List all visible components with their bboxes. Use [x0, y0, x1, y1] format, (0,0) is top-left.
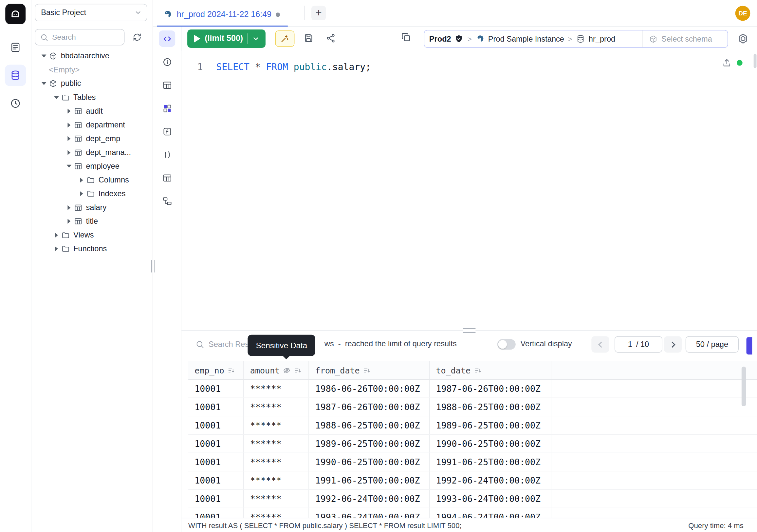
- strip-functions-button[interactable]: [159, 123, 175, 140]
- prev-page-button[interactable]: [591, 336, 609, 353]
- table-row[interactable]: 10001******1993-06-24T00:00:00Z1994-06-2…: [188, 508, 757, 517]
- eye-off-icon[interactable]: [283, 366, 291, 374]
- format-wand-button[interactable]: [275, 30, 294, 47]
- project-select[interactable]: Basic Project: [35, 4, 147, 21]
- schema-select[interactable]: Select schema: [643, 30, 728, 47]
- table-cell[interactable]: 1988-06-25T00:00:00Z: [309, 416, 430, 434]
- editor-scrollbar[interactable]: [754, 54, 757, 68]
- table-cell[interactable]: 1987-06-26T00:00:00Z: [430, 380, 551, 398]
- strip-er-diagram-button[interactable]: [159, 193, 175, 209]
- table-cell[interactable]: 1991-06-25T00:00:00Z: [309, 471, 430, 489]
- table-cell[interactable]: 1993-06-24T00:00:00Z: [309, 508, 430, 517]
- compare-button[interactable]: [401, 32, 411, 42]
- tree-item[interactable]: Views: [31, 228, 153, 242]
- page-indicator[interactable]: 1 / 10: [615, 336, 662, 353]
- table-cell[interactable]: ******: [244, 490, 309, 508]
- table-cell[interactable]: 10001: [188, 416, 244, 434]
- table-cell[interactable]: 10001: [188, 508, 244, 517]
- tree-item[interactable]: title: [31, 215, 153, 228]
- caret-right-icon[interactable]: [66, 205, 72, 211]
- tree-item[interactable]: department: [31, 118, 153, 132]
- caret-right-icon[interactable]: [66, 122, 72, 128]
- rail-worksheet-button[interactable]: [5, 37, 26, 58]
- table-cell[interactable]: 10001: [188, 435, 244, 453]
- table-cell[interactable]: 1989-06-25T00:00:00Z: [309, 435, 430, 453]
- sidebar-resize-handle[interactable]: [151, 260, 155, 272]
- table-cell[interactable]: 1991-06-25T00:00:00Z: [430, 453, 551, 471]
- table-cell[interactable]: 1986-06-26T00:00:00Z: [309, 380, 430, 398]
- table-cell[interactable]: 10001: [188, 453, 244, 471]
- sort-icon[interactable]: [474, 366, 482, 374]
- caret-right-icon[interactable]: [66, 136, 72, 142]
- table-cell[interactable]: 1989-06-25T00:00:00Z: [430, 416, 551, 434]
- table-cell[interactable]: 1987-06-26T00:00:00Z: [309, 398, 430, 416]
- caret-right-icon[interactable]: [54, 246, 60, 252]
- table-cell[interactable]: [551, 490, 757, 508]
- table-cell[interactable]: [551, 453, 757, 471]
- table-cell[interactable]: 10001: [188, 398, 244, 416]
- table-row[interactable]: 10001******1989-06-25T00:00:00Z1990-06-2…: [188, 435, 757, 453]
- caret-down-icon[interactable]: [66, 164, 72, 169]
- column-header-from_date[interactable]: from_date: [309, 361, 430, 379]
- next-page-button[interactable]: [664, 336, 682, 353]
- caret-right-icon[interactable]: [66, 218, 72, 224]
- table-cell[interactable]: ******: [244, 380, 309, 398]
- strip-schema-diagram-button[interactable]: [159, 100, 175, 116]
- export-button[interactable]: [722, 58, 732, 68]
- table-cell[interactable]: 1992-06-24T00:00:00Z: [430, 471, 551, 489]
- table-row[interactable]: 10001******1992-06-24T00:00:00Z1993-06-2…: [188, 490, 757, 508]
- caret-down-icon[interactable]: [54, 95, 60, 101]
- side-panel-edge-button[interactable]: [746, 337, 752, 355]
- share-button[interactable]: [325, 33, 336, 43]
- tree-item[interactable]: audit: [31, 104, 153, 118]
- tree-item[interactable]: bbdataarchive: [31, 49, 153, 63]
- sort-icon[interactable]: [227, 366, 235, 374]
- table-cell[interactable]: ******: [244, 453, 309, 471]
- tree-item[interactable]: salary: [31, 201, 153, 215]
- table-cell[interactable]: 10001: [188, 380, 244, 398]
- table-cell[interactable]: ******: [244, 508, 309, 517]
- ai-assistant-button[interactable]: [737, 32, 749, 45]
- table-row[interactable]: 10001******1988-06-25T00:00:00Z1989-06-2…: [188, 416, 757, 435]
- strip-external-tables-button[interactable]: [159, 170, 175, 186]
- rail-history-button[interactable]: [5, 93, 26, 114]
- caret-right-icon[interactable]: [78, 191, 84, 197]
- table-cell[interactable]: [551, 508, 757, 517]
- table-row[interactable]: 10001******1990-06-25T00:00:00Z1991-06-2…: [188, 453, 757, 471]
- tree-item[interactable]: public: [31, 77, 153, 90]
- column-header-amount[interactable]: amount: [244, 361, 309, 379]
- vertical-display-toggle[interactable]: [497, 339, 516, 350]
- table-row[interactable]: 10001******1987-06-26T00:00:00Z1988-06-2…: [188, 398, 757, 416]
- table-cell[interactable]: [551, 398, 757, 416]
- caret-down-icon[interactable]: [41, 53, 47, 59]
- page-size-select[interactable]: 50 / page: [686, 336, 739, 353]
- table-cell[interactable]: 10001: [188, 471, 244, 489]
- table-cell[interactable]: 10001: [188, 490, 244, 508]
- bytebase-logo[interactable]: [5, 4, 25, 24]
- caret-right-icon[interactable]: [66, 109, 72, 114]
- table-cell[interactable]: 1990-06-25T00:00:00Z: [430, 435, 551, 453]
- tree-item[interactable]: employee: [31, 160, 153, 173]
- table-cell[interactable]: 1994-06-24T00:00:00Z: [430, 508, 551, 517]
- table-cell[interactable]: 1988-06-25T00:00:00Z: [430, 398, 551, 416]
- sort-icon[interactable]: [294, 366, 302, 374]
- caret-right-icon[interactable]: [54, 232, 60, 238]
- tree-item[interactable]: <Empty>: [31, 63, 153, 77]
- caret-right-icon[interactable]: [66, 150, 72, 156]
- table-cell[interactable]: ******: [244, 471, 309, 489]
- tree-item[interactable]: Indexes: [31, 187, 153, 201]
- caret-right-icon[interactable]: [78, 177, 84, 183]
- table-cell[interactable]: 1992-06-24T00:00:00Z: [309, 490, 430, 508]
- strip-procedures-button[interactable]: [159, 146, 175, 163]
- table-cell[interactable]: [551, 380, 757, 398]
- column-header-to_date[interactable]: to_date: [430, 361, 551, 379]
- sort-icon[interactable]: [363, 366, 371, 374]
- table-cell[interactable]: ******: [244, 416, 309, 434]
- tree-item[interactable]: dept_mana...: [31, 146, 153, 160]
- run-button[interactable]: (limit 500): [187, 29, 265, 48]
- panel-splitter-handle[interactable]: [463, 328, 475, 333]
- table-cell[interactable]: ******: [244, 435, 309, 453]
- tree-item[interactable]: Columns: [31, 173, 153, 187]
- connection-breadcrumb[interactable]: Prod2 > Prod Sample Instance > hr_prod S…: [424, 30, 728, 48]
- strip-tables-button[interactable]: [159, 77, 175, 93]
